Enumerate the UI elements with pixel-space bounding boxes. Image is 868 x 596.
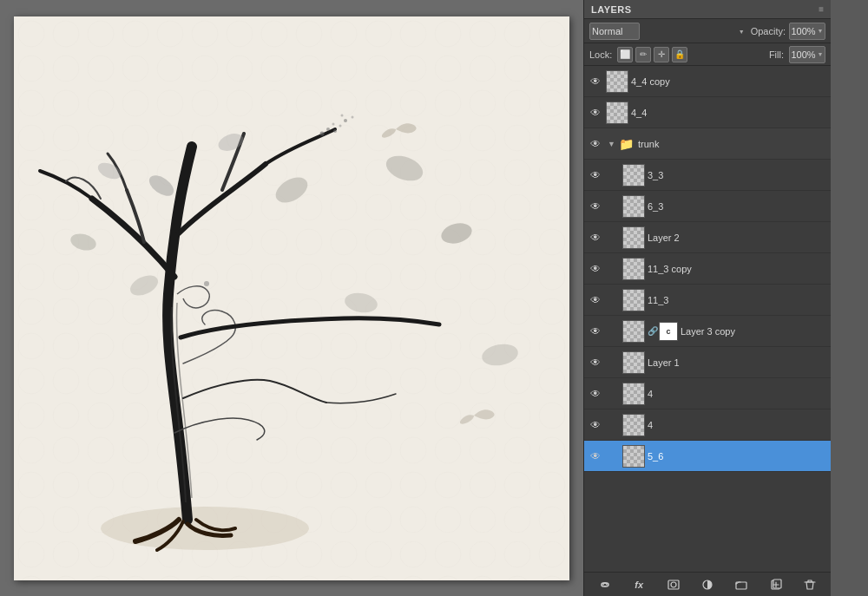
fill-value[interactable]: 100% bbox=[789, 46, 825, 63]
layer-name: 6_3 bbox=[648, 201, 827, 212]
panel-menu-icon[interactable]: ≡ bbox=[819, 4, 824, 14]
layer-thumbnail bbox=[622, 195, 645, 218]
svg-point-14 bbox=[320, 131, 325, 135]
layer-item[interactable]: 👁 11_3 bbox=[584, 285, 831, 316]
panel-toolbar: fx bbox=[584, 572, 831, 596]
visibility-icon[interactable]: 👁 bbox=[588, 261, 603, 277]
layer-name: 11_3 copy bbox=[648, 264, 827, 274]
layer-name: 3_3 bbox=[648, 170, 827, 180]
layer-thumbnail bbox=[622, 258, 645, 280]
layer-thumbnail bbox=[622, 226, 645, 249]
svg-point-17 bbox=[332, 122, 335, 125]
fx-label: fx bbox=[635, 580, 643, 590]
layer-thumbnail bbox=[606, 102, 628, 124]
panel-title: LAYERS bbox=[591, 4, 632, 15]
delete-layer-button[interactable] bbox=[800, 575, 819, 594]
layer-name: 4_4 bbox=[631, 108, 827, 118]
layer-item[interactable]: 👁 11_3 copy bbox=[584, 253, 831, 285]
new-adjustment-button[interactable] bbox=[698, 575, 717, 594]
visibility-icon[interactable]: 👁 bbox=[588, 292, 603, 308]
layer-item[interactable]: 👁 Layer 2 bbox=[584, 222, 831, 253]
layer-name: 4 bbox=[648, 389, 827, 399]
visibility-icon[interactable]: 👁 bbox=[588, 199, 603, 214]
layer-item[interactable]: 👁 🔗 c Layer 3 copy bbox=[584, 316, 831, 347]
layer-mask-thumbnail: c bbox=[659, 322, 678, 341]
layer-thumbnail bbox=[622, 414, 645, 436]
folder-icon: 📁 bbox=[619, 137, 634, 151]
visibility-icon[interactable]: 👁 bbox=[588, 136, 603, 152]
layer-thumbnail bbox=[622, 320, 645, 343]
visibility-icon[interactable]: 👁 bbox=[588, 105, 603, 121]
group-arrow-icon[interactable]: ▼ bbox=[608, 140, 615, 148]
layer-item[interactable]: 👁 4_4 copy bbox=[584, 66, 831, 97]
link-layers-button[interactable] bbox=[595, 575, 615, 594]
svg-point-15 bbox=[326, 128, 330, 131]
canvas-frame bbox=[14, 16, 569, 580]
blend-row: Normal Multiply Screen Overlay Opacity: … bbox=[584, 19, 831, 43]
layer-thumbnail bbox=[622, 383, 645, 405]
svg-point-20 bbox=[352, 115, 354, 118]
lock-label: Lock: bbox=[589, 49, 612, 60]
visibility-icon[interactable]: 👁 bbox=[588, 324, 603, 339]
lock-image-btn[interactable]: ✏ bbox=[635, 47, 651, 62]
layer-item[interactable]: 👁 4 bbox=[584, 378, 831, 409]
visibility-icon[interactable]: 👁 bbox=[588, 355, 603, 370]
lock-transparent-btn[interactable]: ⬜ bbox=[617, 47, 633, 62]
layer-name: 4 bbox=[648, 420, 827, 430]
add-mask-button[interactable] bbox=[664, 575, 683, 594]
lock-position-btn[interactable]: ✛ bbox=[654, 47, 669, 62]
layer-item[interactable]: 👁 3_3 bbox=[584, 160, 831, 191]
layer-item[interactable]: 👁 4 bbox=[584, 409, 831, 441]
visibility-icon[interactable]: 👁 bbox=[588, 449, 603, 464]
layer-group-item[interactable]: 👁 ▼ 📁 trunk bbox=[584, 128, 831, 160]
layers-list[interactable]: 👁 4_4 copy 👁 4_4 👁 ▼ 📁 trunk 👁 3_3 👁 bbox=[584, 66, 831, 572]
lock-row: Lock: ⬜ ✏ ✛ 🔒 Fill: 100% bbox=[584, 43, 831, 66]
lock-all-btn[interactable]: 🔒 bbox=[672, 47, 687, 62]
layer-thumbnail bbox=[622, 164, 645, 187]
visibility-icon[interactable]: 👁 bbox=[588, 230, 603, 246]
new-group-button[interactable] bbox=[732, 575, 751, 594]
layer-name: 11_3 bbox=[648, 295, 827, 305]
new-layer-button[interactable] bbox=[766, 575, 786, 594]
layer-item-selected[interactable]: 👁 5_6 bbox=[584, 441, 831, 472]
add-layer-style-button[interactable]: fx bbox=[629, 575, 648, 594]
canvas-area bbox=[0, 0, 583, 596]
layer-item[interactable]: 👁 Layer 1 bbox=[584, 347, 831, 378]
layers-panel: LAYERS ≡ Normal Multiply Screen Overlay … bbox=[583, 0, 831, 596]
layer-name: trunk bbox=[638, 139, 827, 149]
svg-point-24 bbox=[671, 582, 676, 587]
visibility-icon[interactable]: 👁 bbox=[588, 386, 603, 402]
svg-point-18 bbox=[339, 124, 342, 127]
layer-name: Layer 1 bbox=[648, 357, 827, 368]
layer-item[interactable]: 👁 4_4 bbox=[584, 97, 831, 128]
layer-name: 4_4 copy bbox=[631, 76, 827, 87]
link-icon: 🔗 bbox=[648, 326, 656, 336]
svg-point-16 bbox=[333, 129, 337, 133]
svg-rect-2 bbox=[14, 16, 569, 580]
opacity-label: Opacity: bbox=[751, 26, 786, 36]
layer-thumbnail bbox=[606, 70, 628, 93]
layer-name: Layer 3 copy bbox=[681, 326, 827, 337]
svg-rect-28 bbox=[773, 580, 781, 588]
panel-header: LAYERS ≡ bbox=[584, 0, 831, 19]
blend-mode-wrapper: Normal Multiply Screen Overlay bbox=[589, 23, 747, 40]
layer-name: Layer 2 bbox=[648, 233, 827, 243]
visibility-icon[interactable]: 👁 bbox=[588, 167, 603, 183]
layer-name: 5_6 bbox=[648, 451, 827, 462]
svg-point-19 bbox=[344, 119, 347, 122]
opacity-value[interactable]: 100% bbox=[789, 23, 825, 40]
blend-mode-select[interactable]: Normal Multiply Screen Overlay bbox=[589, 23, 640, 40]
layer-thumbnail bbox=[622, 351, 645, 374]
canvas-svg bbox=[14, 16, 569, 580]
fill-label: Fill: bbox=[769, 49, 784, 60]
layer-thumbnail bbox=[622, 445, 645, 468]
mask-content: c bbox=[666, 327, 670, 336]
layer-thumbnail bbox=[622, 289, 645, 311]
svg-point-22 bbox=[204, 281, 209, 286]
layer-item[interactable]: 👁 6_3 bbox=[584, 191, 831, 222]
svg-point-3 bbox=[101, 507, 309, 550]
lock-icons: ⬜ ✏ ✛ 🔒 bbox=[617, 47, 687, 62]
visibility-icon[interactable]: 👁 bbox=[588, 74, 603, 89]
svg-point-21 bbox=[341, 114, 344, 116]
visibility-icon[interactable]: 👁 bbox=[588, 417, 603, 433]
